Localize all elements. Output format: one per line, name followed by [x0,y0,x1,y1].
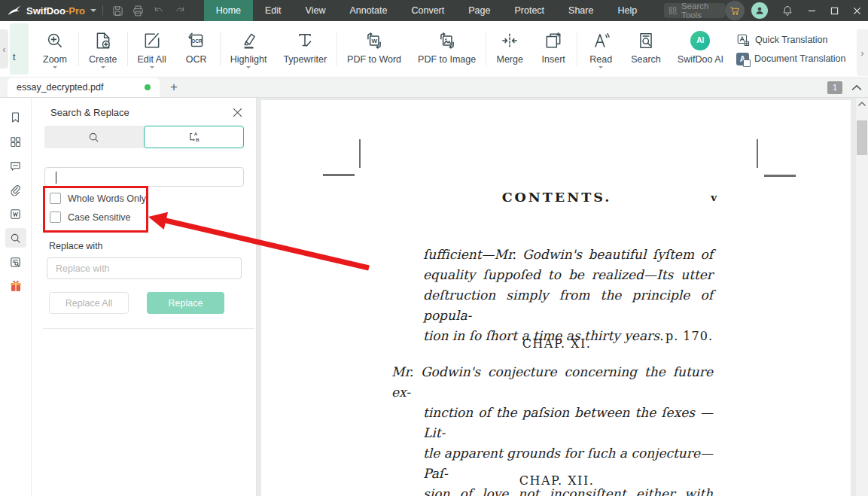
toolbar-search[interactable]: Search [623,26,669,72]
page-number-badge: 1 [827,81,842,94]
comments-panel-button[interactable] [5,156,26,175]
user-avatar[interactable] [751,2,768,19]
replace-button[interactable]: Replace [147,292,224,314]
replace-tab[interactable]: AB [144,126,245,148]
contents-heading: CONTENTS. [391,190,711,205]
print-icon[interactable] [132,2,145,19]
toolbar-swifdoo-ai[interactable]: AI SwifDoo AI [669,26,732,72]
toolbar-highlight[interactable]: Highlight [222,26,276,72]
panel-close-button[interactable] [233,108,242,117]
toolbar-insert[interactable]: Insert [531,26,575,72]
toolbar-pdf-to-image[interactable]: PDF to Image [410,26,484,72]
insert-icon [544,29,563,52]
tabbar-right: 1 [827,81,862,94]
crop-mark [359,139,361,168]
quick-translation-icon [736,33,750,47]
search-replace-panel: Search & Replace AB Whole Words Only [32,98,257,496]
pdf-page: CONTENTS. v ſufficient—Mr. Godwin's beau… [261,100,851,496]
menu-annotate[interactable]: Annotate [337,0,399,21]
document-translation-button[interactable]: A Document Translation [736,53,846,65]
toolbar-pdf-to-word[interactable]: W PDF to Word [339,26,410,72]
notification-bell-icon[interactable] [778,2,796,19]
toolbar-zoom[interactable]: Zoom [33,26,77,72]
toolbar-group-divider [337,32,337,66]
search-tools-box[interactable]: Search Tools [664,3,725,18]
app-menu-chevron-down-icon[interactable] [90,9,96,12]
collapse-toolbar-chevron-icon[interactable] [851,84,862,91]
case-sensitive-checkbox[interactable] [50,211,61,223]
document-tab[interactable]: essay_decrypted.pdf [8,78,160,97]
menu-help[interactable]: Help [605,0,649,21]
menu-protect[interactable]: Protect [502,0,556,21]
replace-all-button[interactable]: Replace All [49,292,129,314]
toolbar-scroll-right-button[interactable]: › [857,29,868,76]
summary-panel-button[interactable] [5,252,26,272]
scroll-up-arrow-icon[interactable] [857,101,866,107]
folio-page-number: v [711,191,717,203]
toolbar-read[interactable]: Read [579,26,623,72]
menu-home[interactable]: Home [204,0,253,21]
unsaved-indicator-dot [145,84,151,90]
app-logo-icon [6,3,23,18]
toolbar-edit-all[interactable]: Edit All [129,26,175,72]
close-button[interactable] [845,0,868,21]
divider [102,5,103,16]
search-input[interactable] [44,167,244,187]
svg-text:OCR: OCR [191,38,203,43]
paragraph: ſufficient—Mr. Godwin's beautiful ſyſtem… [423,245,713,346]
menu-share[interactable]: Share [556,0,605,21]
whole-words-checkbox[interactable] [50,193,61,204]
document-tab-bar: essay_decrypted.pdf + 1 [0,78,868,98]
left-sidebar-rail [0,98,32,496]
new-tab-button[interactable]: + [170,80,178,95]
toolbar-create[interactable]: Create [81,26,126,72]
case-sensitive-option[interactable]: Case Sensitive [50,211,130,223]
edit-all-icon [142,29,162,52]
highlight-icon [239,29,258,52]
crop-mark [323,174,355,176]
word-export-panel-button[interactable] [5,204,26,224]
menu-convert[interactable]: Convert [399,0,456,21]
bookmarks-panel-button[interactable] [5,108,26,127]
toolbar-group-divider [486,32,486,66]
quick-translation-button[interactable]: Quick Translation [736,33,846,47]
scrollbar-thumb[interactable] [857,120,867,155]
maximize-button[interactable] [823,0,845,21]
cart-icon[interactable] [725,1,745,20]
save-icon[interactable] [111,2,124,19]
vertical-scrollbar[interactable] [856,98,868,496]
search-tab[interactable] [44,126,144,148]
main-area: Search & Replace AB Whole Words Only [0,98,868,496]
search-panel-button[interactable] [5,228,26,248]
typewriter-icon [295,29,315,52]
gift-icon [9,279,23,293]
rewards-button[interactable] [5,276,26,296]
whole-words-option[interactable]: Whole Words Only [50,193,146,204]
pdf-to-image-icon [437,29,457,52]
toolbar-scroll-left-button[interactable]: ‹ [0,29,8,68]
redo-icon[interactable] [173,2,187,19]
tab-title: essay_decrypted.pdf [17,82,103,93]
toolbar-partial-item[interactable]: t [10,23,29,75]
undo-icon[interactable] [152,2,166,19]
replace-with-input[interactable] [47,257,242,279]
toolbar-merge[interactable]: Merge [488,26,531,72]
menu-view[interactable]: View [294,0,338,21]
attachments-panel-button[interactable] [5,180,26,199]
paperclip-icon [9,184,22,196]
search-tools-placeholder: Search Tools [681,2,720,20]
panel-title: Search & Replace [50,107,129,118]
minimize-button[interactable] [800,0,823,21]
menu-edit[interactable]: Edit [253,0,294,21]
menu-page[interactable]: Page [456,0,502,21]
swifdoo-ai-icon: AI [690,31,710,50]
toolbar-typewriter[interactable]: Typewriter [275,26,335,72]
thumbnails-panel-button[interactable] [5,132,26,151]
replace-with-label: Replace with [49,241,103,251]
crop-mark [764,175,796,177]
divider [43,328,254,329]
document-viewport[interactable]: CONTENTS. v ſufficient—Mr. Godwin's beau… [257,98,868,496]
toolbar-ocr[interactable]: OCR OCR [175,26,218,72]
search-icon [87,131,100,144]
chapter-heading: CHAP. XII. [391,473,711,488]
